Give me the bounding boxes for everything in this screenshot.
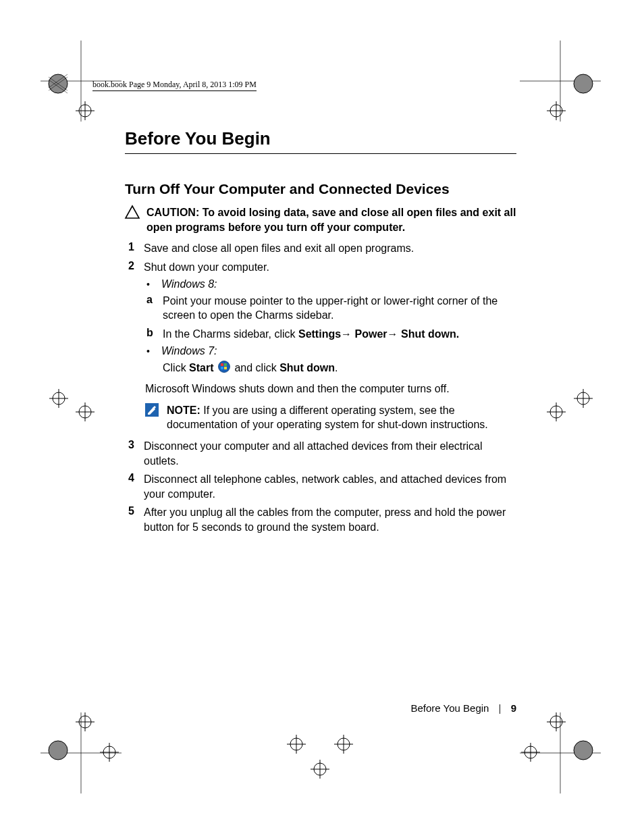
step-number: 3 bbox=[125, 439, 134, 468]
substep-letter: b bbox=[146, 327, 155, 342]
svg-point-50 bbox=[314, 763, 326, 775]
step-text: Disconnect your computer and all attache… bbox=[144, 439, 516, 468]
svg-line-16 bbox=[49, 77, 68, 90]
register-target-icon bbox=[334, 735, 353, 754]
svg-line-19 bbox=[49, 74, 68, 88]
bold-shutdown: Shut down. bbox=[401, 328, 459, 340]
windows7-instruction: Click Start and click Shut down. bbox=[163, 361, 516, 377]
bullet-label: Windows 8: bbox=[161, 278, 217, 290]
register-rosette-icon bbox=[572, 73, 594, 95]
register-target-icon bbox=[76, 402, 95, 421]
svg-point-21 bbox=[49, 741, 68, 760]
svg-point-22 bbox=[574, 741, 593, 760]
section-heading: Turn Off Your Computer and Connected Dev… bbox=[125, 181, 516, 197]
register-target-icon bbox=[547, 101, 566, 120]
note-body: If you are using a different operating s… bbox=[167, 405, 488, 431]
bold-start: Start bbox=[189, 362, 213, 373]
register-target-icon bbox=[547, 402, 566, 421]
svg-rect-2 bbox=[221, 363, 223, 366]
svg-point-38 bbox=[79, 406, 91, 418]
svg-point-15 bbox=[49, 74, 68, 93]
register-target-icon bbox=[311, 760, 329, 779]
register-target-icon bbox=[76, 101, 95, 120]
substep-a: a Point your mouse pointer to the upper-… bbox=[146, 294, 516, 323]
step-3: 3 Disconnect your computer and all attac… bbox=[125, 439, 516, 468]
step-number: 2 bbox=[125, 260, 134, 275]
svg-marker-0 bbox=[126, 206, 139, 218]
step-text: Disconnect all telephone cables, network… bbox=[144, 472, 516, 501]
crop-mark-icon bbox=[41, 712, 122, 793]
step-text: After you unplug all the cables from the… bbox=[144, 505, 516, 534]
register-target-icon bbox=[287, 735, 306, 754]
step-number: 4 bbox=[125, 472, 134, 501]
substep-text: In the Charms sidebar, click Settings→ P… bbox=[163, 327, 516, 342]
svg-point-47 bbox=[290, 738, 302, 750]
bold-power: Power bbox=[355, 328, 387, 340]
running-header: book.book Page 9 Monday, April 8, 2013 1… bbox=[92, 80, 257, 91]
arrow-icon: → bbox=[341, 328, 354, 340]
svg-rect-3 bbox=[224, 363, 227, 366]
svg-point-41 bbox=[577, 392, 589, 405]
register-rosette-icon bbox=[572, 739, 594, 761]
svg-point-32 bbox=[550, 716, 562, 728]
step-2: 2 Shut down your computer. bbox=[125, 260, 516, 275]
page-footer: Before You Begin | 9 bbox=[125, 702, 516, 714]
footer-page-number: 9 bbox=[511, 702, 516, 714]
footer-separator: | bbox=[499, 702, 502, 714]
arrow-icon: → bbox=[387, 328, 401, 340]
shutdown-result-text: Microsoft Windows shuts down and then th… bbox=[145, 382, 516, 396]
bullet-windows7: • Windows 7: bbox=[146, 345, 516, 357]
bullet-icon: • bbox=[146, 345, 153, 357]
step-number: 5 bbox=[125, 505, 134, 534]
register-target-icon bbox=[49, 389, 68, 408]
register-target-icon bbox=[547, 712, 566, 731]
register-target-icon bbox=[521, 743, 540, 762]
svg-rect-5 bbox=[224, 367, 227, 369]
crop-mark-icon bbox=[520, 41, 601, 122]
register-rosette-icon bbox=[47, 739, 69, 761]
step-1: 1 Save and close all open files and exit… bbox=[125, 241, 516, 256]
svg-point-53 bbox=[338, 738, 350, 750]
bold-shutdown: Shut down bbox=[279, 362, 335, 373]
step-text: Shut down your computer. bbox=[144, 260, 516, 275]
step-5: 5 After you unplug all the cables from t… bbox=[125, 505, 516, 534]
svg-point-56 bbox=[103, 746, 115, 758]
title-rule bbox=[125, 153, 516, 154]
svg-line-18 bbox=[49, 77, 68, 90]
svg-point-35 bbox=[53, 392, 65, 405]
footer-section-label: Before You Begin bbox=[410, 702, 489, 714]
note-lead: NOTE: bbox=[167, 405, 200, 416]
bullet-windows8: • Windows 8: bbox=[146, 278, 516, 290]
register-target-icon bbox=[574, 389, 593, 408]
page-body: Before You Begin Turn Off Your Computer … bbox=[125, 128, 516, 538]
register-target-icon bbox=[76, 712, 95, 731]
note-icon bbox=[145, 403, 159, 419]
svg-point-29 bbox=[79, 716, 91, 728]
text-fragment: In the Charms sidebar, click bbox=[163, 328, 298, 340]
text-fragment: Click bbox=[163, 362, 189, 373]
crop-mark-icon bbox=[520, 712, 601, 793]
caution-text: CAUTION: To avoid losing data, save and … bbox=[146, 205, 516, 234]
text-fragment: and click bbox=[234, 362, 279, 373]
text-fragment: . bbox=[335, 362, 338, 373]
register-rosette-icon bbox=[47, 73, 69, 95]
svg-point-26 bbox=[550, 105, 562, 117]
svg-line-17 bbox=[49, 80, 68, 93]
caution-icon bbox=[125, 205, 140, 221]
svg-point-20 bbox=[574, 74, 593, 93]
register-target-icon bbox=[100, 743, 119, 762]
caution-block: CAUTION: To avoid losing data, save and … bbox=[125, 205, 516, 234]
svg-point-44 bbox=[550, 406, 562, 418]
bullet-icon: • bbox=[146, 278, 153, 290]
note-block: NOTE: If you are using a different opera… bbox=[145, 403, 516, 432]
substep-b: b In the Charms sidebar, click Settings→… bbox=[146, 327, 516, 342]
note-text: NOTE: If you are using a different opera… bbox=[167, 403, 516, 432]
step-text: Save and close all open files and exit a… bbox=[144, 241, 516, 256]
svg-point-23 bbox=[79, 105, 91, 117]
substep-text: Point your mouse pointer to the upper-ri… bbox=[163, 294, 516, 323]
svg-point-59 bbox=[525, 746, 537, 758]
step-4: 4 Disconnect all telephone cables, netwo… bbox=[125, 472, 516, 501]
step-number: 1 bbox=[125, 241, 134, 256]
page-title: Before You Begin bbox=[125, 128, 516, 149]
bullet-label: Windows 7: bbox=[161, 345, 217, 357]
